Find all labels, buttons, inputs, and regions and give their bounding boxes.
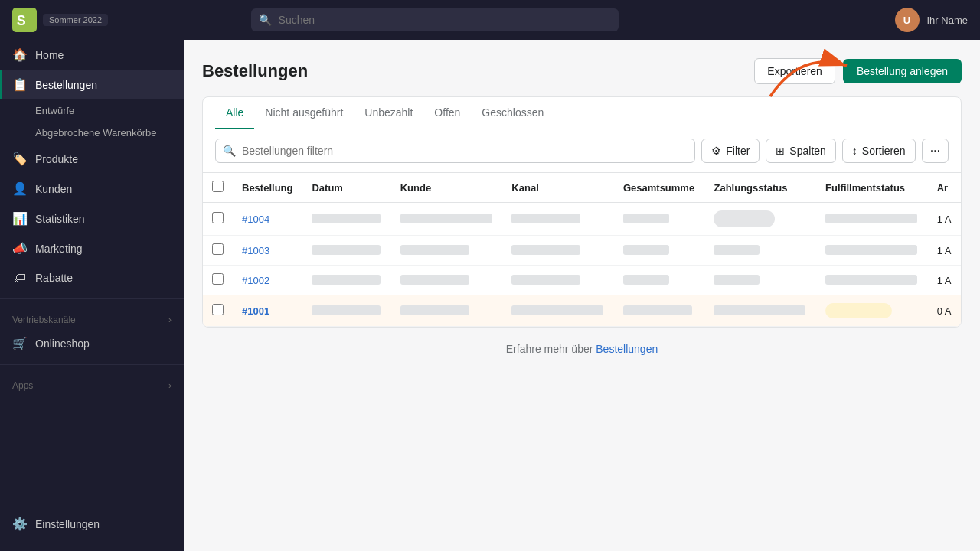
export-button[interactable]: Exportieren [754, 58, 835, 84]
tab-offen[interactable]: Offen [423, 97, 471, 129]
row-1003-datum [302, 236, 390, 266]
sort-button[interactable]: ↕ Sortieren [842, 139, 916, 163]
sidebar-item-einstellungen[interactable]: ⚙️ Einstellungen [0, 509, 184, 539]
sidebar-item-rabatte[interactable]: 🏷 Rabatte [0, 263, 184, 292]
th-gesamtsumme: Gesamtsumme [614, 173, 705, 203]
row-1002-id[interactable]: #1002 [233, 266, 302, 295]
filter-bar: 🔍 ⚙ Filter ⊞ Spalten ↕ Sortieren [203, 129, 961, 173]
row-1001-id[interactable]: #1001 [233, 295, 302, 327]
chevron-right-icon: › [168, 315, 172, 325]
sidebar-label-kunden: Kunden [35, 183, 72, 195]
order-link: #1001 [242, 305, 270, 317]
filter-button[interactable]: ⚙ Filter [701, 139, 760, 163]
row-1004-cb [203, 203, 233, 236]
home-icon: 🏠 [12, 47, 28, 62]
table-row: #1004 1 A [203, 203, 961, 236]
row-checkbox[interactable] [212, 273, 224, 285]
orders-card: Alle Nicht ausgeführt Unbezahlt Offen Ge… [202, 96, 962, 328]
row-checkbox[interactable] [212, 243, 224, 255]
row-checkbox[interactable] [212, 304, 224, 315]
sidebar-item-bestellungen[interactable]: 📋 Bestellungen [0, 70, 184, 99]
logo-area: S Sommer 2022 [12, 8, 108, 32]
tab-nicht-ausgefuehrt[interactable]: Nicht ausgeführt [254, 97, 354, 129]
learn-more-link[interactable]: Bestellungen [596, 343, 658, 355]
row-1003-ar: 1 A [928, 236, 961, 266]
sidebar-item-entw-urfe[interactable]: Entwürfe [35, 99, 184, 122]
row-1002-kanal [502, 266, 614, 295]
row-1001-ar: 0 A [928, 295, 961, 327]
tab-unbezahlt[interactable]: Unbezahlt [354, 97, 423, 129]
products-icon: 🏷️ [12, 152, 28, 166]
columns-button[interactable]: ⊞ Spalten [766, 139, 835, 163]
learn-more-section: Erfahre mehr über Bestellungen [202, 328, 962, 370]
row-1004-zahlung [704, 203, 816, 236]
row-1001-cb [203, 295, 233, 327]
row-1002-kunde [391, 266, 503, 295]
vertriebskanaele-section[interactable]: Vertriebskanäle › [0, 305, 184, 328]
sidebar-label-produkte: Produkte [35, 153, 78, 165]
customers-icon: 👤 [12, 181, 28, 196]
sidebar-item-home[interactable]: 🏠 Home [0, 40, 184, 70]
tab-alle[interactable]: Alle [215, 97, 254, 129]
stats-icon: 📊 [12, 211, 28, 226]
row-1004-kunde [391, 203, 503, 236]
topbar-search-icon: 🔍 [259, 14, 272, 26]
row-checkbox[interactable] [212, 212, 224, 223]
columns-icon: ⊞ [776, 145, 785, 157]
th-fulfillmentstatus: Fulfillmentstatus [816, 173, 928, 203]
version-badge: Sommer 2022 [43, 14, 108, 26]
row-1003-zahlung [704, 236, 816, 266]
th-checkbox [203, 173, 233, 203]
avatar[interactable]: U [895, 8, 920, 32]
apps-section[interactable]: Apps › [0, 371, 184, 394]
more-button[interactable]: ··· [922, 139, 949, 163]
sidebar-item-statistiken[interactable]: 📊 Statistiken [0, 204, 184, 233]
filter-search-wrap: 🔍 [215, 139, 695, 163]
row-1001-datum [302, 295, 390, 327]
topbar-right: U Ihr Name [895, 8, 968, 32]
row-1004-gesamt [614, 203, 705, 236]
row-1001-kunde [391, 295, 503, 327]
order-tabs: Alle Nicht ausgeführt Unbezahlt Offen Ge… [203, 97, 961, 129]
sidebar-label-abgebrochene: Abgebrochene Warenkörbe [35, 127, 157, 139]
sidebar-label-einstellungen: Einstellungen [35, 518, 100, 530]
columns-btn-label: Spalten [789, 145, 825, 157]
sidebar-label-entw-urfe: Entwürfe [35, 105, 74, 116]
page-header: Bestellungen Exportieren Bestellung anle… [202, 58, 962, 84]
learn-more-text: Erfahre mehr über [506, 343, 596, 355]
new-order-button[interactable]: Bestellung anlegen [843, 59, 962, 83]
table-row: #1002 1 A [203, 266, 961, 295]
page-title: Bestellungen [202, 61, 308, 81]
row-1003-cb [203, 236, 233, 266]
filter-search-input[interactable] [215, 139, 695, 163]
sidebar-item-produkte[interactable]: 🏷️ Produkte [0, 144, 184, 174]
row-1002-fulfillment [816, 266, 928, 295]
sidebar-label-onlineshop: Onlineshop [35, 337, 90, 350]
orders-table: Bestellung Datum Kunde Kanal Gesamtsumme… [203, 173, 961, 327]
sidebar-label-home: Home [35, 49, 64, 61]
row-1003-id[interactable]: #1003 [233, 236, 302, 266]
apps-label: Apps [12, 380, 33, 391]
sidebar-item-abgebrochene[interactable]: Abgebrochene Warenkörbe [35, 122, 184, 144]
shopify-logo-icon: S [12, 8, 37, 32]
tab-geschlossen[interactable]: Geschlossen [471, 97, 554, 129]
sidebar-label-marketing: Marketing [35, 243, 82, 255]
th-bestellung: Bestellung [233, 173, 302, 203]
row-1002-cb [203, 266, 233, 295]
th-kunde: Kunde [391, 173, 503, 203]
discounts-icon: 🏷 [12, 271, 28, 285]
sidebar-item-marketing[interactable]: 📣 Marketing [0, 233, 184, 263]
sort-btn-label: Sortieren [862, 145, 906, 157]
th-zahlungsstatus: Zahlungsstatus [704, 173, 816, 203]
select-all-checkbox[interactable] [212, 181, 224, 192]
order-link: #1004 [242, 214, 270, 225]
header-actions: Exportieren Bestellung anlegen [754, 58, 962, 84]
sidebar-item-onlineshop[interactable]: 🛒 Onlineshop [0, 328, 184, 358]
sidebar-sub-bestellungen: Entwürfe Abgebrochene Warenkörbe [0, 99, 184, 144]
topbar-search-input[interactable] [251, 8, 619, 31]
onlineshop-icon: 🛒 [12, 336, 28, 350]
row-1004-id[interactable]: #1004 [233, 203, 302, 236]
sidebar-item-kunden[interactable]: 👤 Kunden [0, 174, 184, 204]
sort-icon: ↕ [852, 145, 858, 157]
orders-icon: 📋 [12, 77, 28, 92]
